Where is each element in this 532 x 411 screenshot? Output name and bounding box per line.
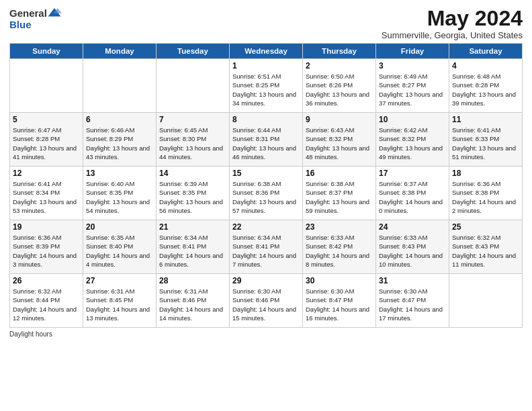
calendar-cell: 7Sunrise: 6:45 AM Sunset: 8:30 PM Daylig… xyxy=(157,113,230,167)
day-info: Sunrise: 6:47 AM Sunset: 8:28 PM Dayligh… xyxy=(13,126,80,161)
location-subtitle: Summerville, Georgia, United States xyxy=(382,30,523,40)
footer-label: Daylight hours xyxy=(9,330,523,338)
day-number: 19 xyxy=(13,222,80,232)
day-info: Sunrise: 6:37 AM Sunset: 8:38 PM Dayligh… xyxy=(379,179,446,215)
day-number: 28 xyxy=(159,276,226,285)
day-info: Sunrise: 6:38 AM Sunset: 8:37 PM Dayligh… xyxy=(306,179,373,215)
day-number: 1 xyxy=(232,61,300,71)
calendar-week-row: 1Sunrise: 6:51 AM Sunset: 8:25 PM Daylig… xyxy=(10,59,523,113)
day-info: Sunrise: 6:45 AM Sunset: 8:30 PM Dayligh… xyxy=(159,126,226,161)
logo-blue-text: Blue xyxy=(9,19,32,30)
day-number: 21 xyxy=(159,222,226,232)
day-number: 3 xyxy=(379,61,446,71)
calendar-table: Sunday Monday Tuesday Wednesday Thursday… xyxy=(9,43,523,328)
day-info: Sunrise: 6:40 AM Sunset: 8:35 PM Dayligh… xyxy=(86,179,153,215)
day-info: Sunrise: 6:44 AM Sunset: 8:31 PM Dayligh… xyxy=(232,126,300,161)
day-info: Sunrise: 6:51 AM Sunset: 8:25 PM Dayligh… xyxy=(232,72,300,107)
day-number: 2 xyxy=(306,61,373,71)
day-number: 4 xyxy=(452,61,519,71)
day-info: Sunrise: 6:34 AM Sunset: 8:41 PM Dayligh… xyxy=(232,233,300,269)
day-info: Sunrise: 6:32 AM Sunset: 8:44 PM Dayligh… xyxy=(13,287,80,322)
day-info: Sunrise: 6:32 AM Sunset: 8:43 PM Dayligh… xyxy=(452,233,519,269)
calendar-cell: 1Sunrise: 6:51 AM Sunset: 8:25 PM Daylig… xyxy=(230,59,303,113)
day-info: Sunrise: 6:43 AM Sunset: 8:32 PM Dayligh… xyxy=(306,126,373,161)
col-thursday: Thursday xyxy=(303,44,376,59)
day-number: 26 xyxy=(13,276,80,285)
day-number: 15 xyxy=(232,169,300,178)
calendar-cell: 22Sunrise: 6:34 AM Sunset: 8:41 PM Dayli… xyxy=(230,220,303,274)
calendar-cell xyxy=(449,274,523,328)
calendar-cell: 12Sunrise: 6:41 AM Sunset: 8:34 PM Dayli… xyxy=(10,167,83,220)
calendar-cell: 26Sunrise: 6:32 AM Sunset: 8:44 PM Dayli… xyxy=(10,274,83,328)
day-info: Sunrise: 6:35 AM Sunset: 8:40 PM Dayligh… xyxy=(86,233,153,269)
col-sunday: Sunday xyxy=(10,44,83,59)
day-info: Sunrise: 6:41 AM Sunset: 8:33 PM Dayligh… xyxy=(452,126,519,161)
day-number: 30 xyxy=(306,276,373,285)
day-number: 22 xyxy=(232,222,300,232)
calendar-cell: 18Sunrise: 6:36 AM Sunset: 8:38 PM Dayli… xyxy=(449,167,523,220)
calendar-cell: 30Sunrise: 6:30 AM Sunset: 8:47 PM Dayli… xyxy=(303,274,376,328)
calendar-week-row: 19Sunrise: 6:36 AM Sunset: 8:39 PM Dayli… xyxy=(10,220,523,274)
calendar-cell: 31Sunrise: 6:30 AM Sunset: 8:47 PM Dayli… xyxy=(376,274,449,328)
day-number: 5 xyxy=(13,115,80,124)
calendar-cell: 28Sunrise: 6:31 AM Sunset: 8:46 PM Dayli… xyxy=(157,274,230,328)
calendar-cell: 11Sunrise: 6:41 AM Sunset: 8:33 PM Dayli… xyxy=(449,113,523,167)
day-info: Sunrise: 6:49 AM Sunset: 8:27 PM Dayligh… xyxy=(379,72,446,107)
day-number: 18 xyxy=(452,169,519,178)
calendar-cell: 17Sunrise: 6:37 AM Sunset: 8:38 PM Dayli… xyxy=(376,167,449,220)
calendar-cell: 29Sunrise: 6:30 AM Sunset: 8:46 PM Dayli… xyxy=(230,274,303,328)
col-wednesday: Wednesday xyxy=(230,44,303,59)
title-block: May 2024 Summerville, Georgia, United St… xyxy=(382,7,523,40)
calendar-cell xyxy=(83,59,157,113)
calendar-cell: 8Sunrise: 6:44 AM Sunset: 8:31 PM Daylig… xyxy=(230,113,303,167)
day-info: Sunrise: 6:39 AM Sunset: 8:35 PM Dayligh… xyxy=(159,179,226,215)
calendar-cell: 3Sunrise: 6:49 AM Sunset: 8:27 PM Daylig… xyxy=(376,59,449,113)
day-info: Sunrise: 6:30 AM Sunset: 8:47 PM Dayligh… xyxy=(306,287,373,322)
day-info: Sunrise: 6:34 AM Sunset: 8:41 PM Dayligh… xyxy=(159,233,226,269)
day-info: Sunrise: 6:38 AM Sunset: 8:36 PM Dayligh… xyxy=(232,179,300,215)
day-number: 25 xyxy=(452,222,519,232)
day-number: 9 xyxy=(306,115,373,124)
day-info: Sunrise: 6:31 AM Sunset: 8:46 PM Dayligh… xyxy=(159,287,226,322)
day-number: 23 xyxy=(306,222,373,232)
calendar-week-row: 12Sunrise: 6:41 AM Sunset: 8:34 PM Dayli… xyxy=(10,167,523,220)
day-info: Sunrise: 6:50 AM Sunset: 8:26 PM Dayligh… xyxy=(306,72,373,107)
day-info: Sunrise: 6:42 AM Sunset: 8:32 PM Dayligh… xyxy=(379,126,446,161)
day-number: 20 xyxy=(86,222,153,232)
day-info: Sunrise: 6:36 AM Sunset: 8:39 PM Dayligh… xyxy=(13,233,80,269)
day-number: 12 xyxy=(13,169,80,178)
calendar-cell xyxy=(157,59,230,113)
calendar-cell: 5Sunrise: 6:47 AM Sunset: 8:28 PM Daylig… xyxy=(10,113,83,167)
calendar-cell: 27Sunrise: 6:31 AM Sunset: 8:45 PM Dayli… xyxy=(83,274,157,328)
day-number: 24 xyxy=(379,222,446,232)
calendar-cell: 15Sunrise: 6:38 AM Sunset: 8:36 PM Dayli… xyxy=(230,167,303,220)
day-number: 14 xyxy=(159,169,226,178)
day-number: 6 xyxy=(86,115,153,124)
col-tuesday: Tuesday xyxy=(157,44,230,59)
day-info: Sunrise: 6:33 AM Sunset: 8:43 PM Dayligh… xyxy=(379,233,446,269)
calendar-header-row: Sunday Monday Tuesday Wednesday Thursday… xyxy=(10,44,523,59)
logo-icon xyxy=(47,7,62,19)
day-info: Sunrise: 6:48 AM Sunset: 8:28 PM Dayligh… xyxy=(452,72,519,107)
day-info: Sunrise: 6:30 AM Sunset: 8:47 PM Dayligh… xyxy=(379,287,446,322)
calendar-cell: 19Sunrise: 6:36 AM Sunset: 8:39 PM Dayli… xyxy=(10,220,83,274)
day-info: Sunrise: 6:30 AM Sunset: 8:46 PM Dayligh… xyxy=(232,287,300,322)
day-info: Sunrise: 6:41 AM Sunset: 8:34 PM Dayligh… xyxy=(13,179,80,215)
col-friday: Friday xyxy=(376,44,449,59)
day-number: 27 xyxy=(86,276,153,285)
calendar-cell: 6Sunrise: 6:46 AM Sunset: 8:29 PM Daylig… xyxy=(83,113,157,167)
col-saturday: Saturday xyxy=(449,44,523,59)
calendar-cell: 16Sunrise: 6:38 AM Sunset: 8:37 PM Dayli… xyxy=(303,167,376,220)
day-number: 8 xyxy=(232,115,300,124)
calendar-cell: 2Sunrise: 6:50 AM Sunset: 8:26 PM Daylig… xyxy=(303,59,376,113)
calendar-week-row: 5Sunrise: 6:47 AM Sunset: 8:28 PM Daylig… xyxy=(10,113,523,167)
month-title: May 2024 xyxy=(382,7,523,30)
day-number: 10 xyxy=(379,115,446,124)
calendar-cell: 23Sunrise: 6:33 AM Sunset: 8:42 PM Dayli… xyxy=(303,220,376,274)
day-info: Sunrise: 6:36 AM Sunset: 8:38 PM Dayligh… xyxy=(452,179,519,215)
day-info: Sunrise: 6:46 AM Sunset: 8:29 PM Dayligh… xyxy=(86,126,153,161)
calendar-week-row: 26Sunrise: 6:32 AM Sunset: 8:44 PM Dayli… xyxy=(10,274,523,328)
calendar-cell: 4Sunrise: 6:48 AM Sunset: 8:28 PM Daylig… xyxy=(449,59,523,113)
day-number: 11 xyxy=(452,115,519,124)
col-monday: Monday xyxy=(83,44,157,59)
